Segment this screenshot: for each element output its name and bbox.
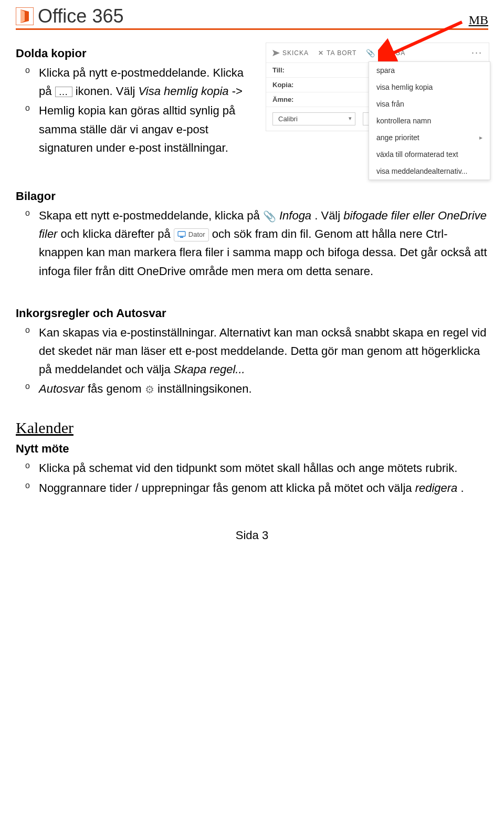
brand: Office 365 — [16, 5, 123, 27]
paperclip-icon: 📎 — [263, 211, 276, 222]
list-item: Kan skapas via e-postinställningar. Alte… — [39, 323, 488, 379]
header-right-label: MB — [469, 13, 488, 27]
page-footer: Sida 3 — [16, 529, 488, 542]
subsection-title-nytt-mote: Nytt möte — [16, 442, 488, 456]
menu-item-priority[interactable]: ange prioritet▸ — [369, 129, 490, 146]
close-icon: ✕ — [318, 49, 324, 57]
section-title-kalender: Kalender — [16, 419, 488, 437]
more-actions-button[interactable]: ··· — [471, 47, 482, 58]
svg-line-3 — [388, 22, 462, 55]
menu-item-show-from[interactable]: visa från — [369, 96, 490, 112]
brand-title: Office 365 — [38, 5, 123, 27]
menu-item-show-bcc[interactable]: visa hemlig kopia — [369, 79, 490, 96]
menu-item-options[interactable]: visa meddelandealternativ... — [369, 163, 490, 180]
list-item: Autosvar fås genom ⚙ inställningsikonen. — [39, 380, 488, 398]
svg-marker-2 — [20, 9, 25, 23]
svg-rect-4 — [178, 232, 185, 236]
menu-item-save[interactable]: spara — [369, 62, 490, 79]
list-item: Klicka på nytt e-postmeddelande. Klicka … — [39, 64, 257, 100]
list-item: Hemlig kopia kan göras alltid synlig på … — [39, 101, 257, 157]
menu-item-check-names[interactable]: kontrollera namn — [369, 112, 490, 129]
menu-item-plain-text[interactable]: växla till oformaterad text — [369, 146, 490, 163]
section-title-dolda: Dolda kopior — [16, 47, 257, 60]
red-arrow-annotation-icon — [378, 19, 467, 64]
section-title-inkorg: Inkorgsregler och Autosvar — [16, 307, 488, 320]
computer-icon — [177, 231, 186, 238]
delete-button[interactable]: ✕ TA BORT — [318, 49, 356, 57]
section-title-bilagor: Bilagor — [16, 190, 488, 203]
gear-icon: ⚙ — [145, 384, 154, 395]
list-item: Klicka på schemat vid den tidpunkt som m… — [39, 459, 488, 477]
send-button[interactable]: SKICKA — [272, 49, 309, 57]
office-logo-icon — [16, 7, 34, 25]
list-item: Skapa ett nytt e-postmeddelande, klicka … — [39, 206, 488, 280]
chevron-right-icon: ▸ — [479, 134, 482, 141]
send-icon — [272, 50, 280, 56]
svg-rect-5 — [180, 237, 183, 238]
list-item: Noggrannare tider / upprepningar fås gen… — [39, 479, 488, 497]
more-actions-menu: spara visa hemlig kopia visa från kontro… — [369, 61, 490, 180]
more-dots-icon: … — [55, 87, 72, 97]
font-family-select[interactable]: Calibri — [272, 112, 355, 125]
computer-source-badge: Dator — [174, 228, 209, 241]
paperclip-icon: 📎 — [366, 49, 375, 57]
